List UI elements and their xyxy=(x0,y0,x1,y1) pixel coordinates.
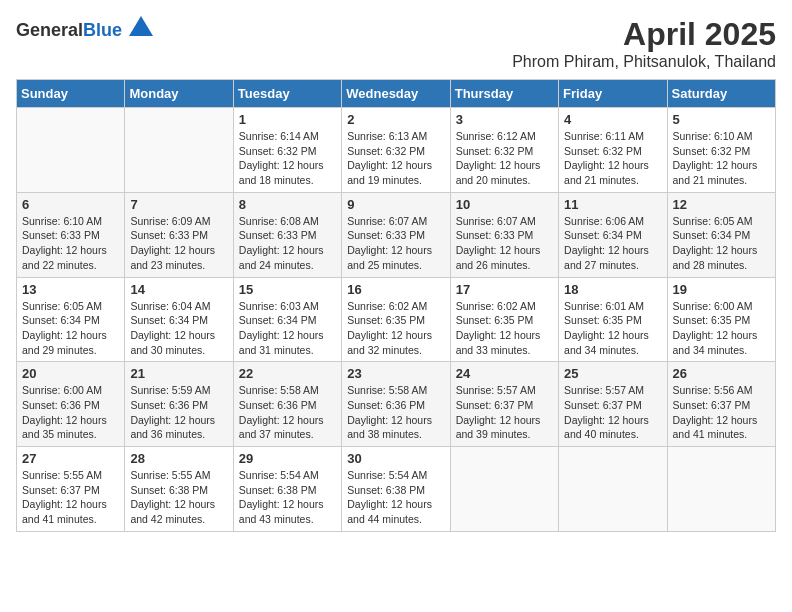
day-info: Sunrise: 6:11 AM Sunset: 6:32 PM Dayligh… xyxy=(564,129,661,188)
calendar-cell xyxy=(450,447,558,532)
day-number: 23 xyxy=(347,366,444,381)
day-number: 12 xyxy=(673,197,770,212)
day-number: 22 xyxy=(239,366,336,381)
calendar-cell: 25Sunrise: 5:57 AM Sunset: 6:37 PM Dayli… xyxy=(559,362,667,447)
calendar-cell: 13Sunrise: 6:05 AM Sunset: 6:34 PM Dayli… xyxy=(17,277,125,362)
day-info: Sunrise: 5:58 AM Sunset: 6:36 PM Dayligh… xyxy=(347,383,444,442)
weekday-header: Wednesday xyxy=(342,80,450,108)
day-number: 5 xyxy=(673,112,770,127)
calendar-cell: 1Sunrise: 6:14 AM Sunset: 6:32 PM Daylig… xyxy=(233,108,341,193)
day-info: Sunrise: 5:54 AM Sunset: 6:38 PM Dayligh… xyxy=(347,468,444,527)
calendar-cell: 5Sunrise: 6:10 AM Sunset: 6:32 PM Daylig… xyxy=(667,108,775,193)
title-section: April 2025 Phrom Phiram, Phitsanulok, Th… xyxy=(512,16,776,71)
day-number: 28 xyxy=(130,451,227,466)
calendar-cell: 28Sunrise: 5:55 AM Sunset: 6:38 PM Dayli… xyxy=(125,447,233,532)
day-number: 2 xyxy=(347,112,444,127)
day-number: 29 xyxy=(239,451,336,466)
day-number: 26 xyxy=(673,366,770,381)
day-info: Sunrise: 6:02 AM Sunset: 6:35 PM Dayligh… xyxy=(456,299,553,358)
calendar-cell: 12Sunrise: 6:05 AM Sunset: 6:34 PM Dayli… xyxy=(667,192,775,277)
day-number: 13 xyxy=(22,282,119,297)
calendar-cell: 18Sunrise: 6:01 AM Sunset: 6:35 PM Dayli… xyxy=(559,277,667,362)
calendar-cell: 7Sunrise: 6:09 AM Sunset: 6:33 PM Daylig… xyxy=(125,192,233,277)
calendar-week-row: 20Sunrise: 6:00 AM Sunset: 6:36 PM Dayli… xyxy=(17,362,776,447)
calendar-cell: 15Sunrise: 6:03 AM Sunset: 6:34 PM Dayli… xyxy=(233,277,341,362)
day-number: 11 xyxy=(564,197,661,212)
weekday-header: Sunday xyxy=(17,80,125,108)
weekday-header: Friday xyxy=(559,80,667,108)
day-info: Sunrise: 6:05 AM Sunset: 6:34 PM Dayligh… xyxy=(673,214,770,273)
day-info: Sunrise: 6:03 AM Sunset: 6:34 PM Dayligh… xyxy=(239,299,336,358)
calendar-cell: 19Sunrise: 6:00 AM Sunset: 6:35 PM Dayli… xyxy=(667,277,775,362)
calendar-cell: 24Sunrise: 5:57 AM Sunset: 6:37 PM Dayli… xyxy=(450,362,558,447)
calendar-cell: 22Sunrise: 5:58 AM Sunset: 6:36 PM Dayli… xyxy=(233,362,341,447)
calendar-cell: 9Sunrise: 6:07 AM Sunset: 6:33 PM Daylig… xyxy=(342,192,450,277)
calendar-cell: 3Sunrise: 6:12 AM Sunset: 6:32 PM Daylig… xyxy=(450,108,558,193)
day-number: 10 xyxy=(456,197,553,212)
calendar-cell xyxy=(17,108,125,193)
day-info: Sunrise: 6:08 AM Sunset: 6:33 PM Dayligh… xyxy=(239,214,336,273)
day-info: Sunrise: 6:10 AM Sunset: 6:32 PM Dayligh… xyxy=(673,129,770,188)
day-info: Sunrise: 5:58 AM Sunset: 6:36 PM Dayligh… xyxy=(239,383,336,442)
page-header: GeneralBlue April 2025 Phrom Phiram, Phi… xyxy=(16,16,776,71)
calendar-cell: 4Sunrise: 6:11 AM Sunset: 6:32 PM Daylig… xyxy=(559,108,667,193)
day-info: Sunrise: 6:04 AM Sunset: 6:34 PM Dayligh… xyxy=(130,299,227,358)
day-number: 17 xyxy=(456,282,553,297)
day-info: Sunrise: 5:56 AM Sunset: 6:37 PM Dayligh… xyxy=(673,383,770,442)
calendar-cell: 11Sunrise: 6:06 AM Sunset: 6:34 PM Dayli… xyxy=(559,192,667,277)
main-title: April 2025 xyxy=(512,16,776,53)
day-info: Sunrise: 6:06 AM Sunset: 6:34 PM Dayligh… xyxy=(564,214,661,273)
weekday-header: Monday xyxy=(125,80,233,108)
day-number: 21 xyxy=(130,366,227,381)
calendar-week-row: 1Sunrise: 6:14 AM Sunset: 6:32 PM Daylig… xyxy=(17,108,776,193)
calendar-week-row: 6Sunrise: 6:10 AM Sunset: 6:33 PM Daylig… xyxy=(17,192,776,277)
day-info: Sunrise: 6:14 AM Sunset: 6:32 PM Dayligh… xyxy=(239,129,336,188)
day-info: Sunrise: 6:00 AM Sunset: 6:35 PM Dayligh… xyxy=(673,299,770,358)
calendar-cell: 6Sunrise: 6:10 AM Sunset: 6:33 PM Daylig… xyxy=(17,192,125,277)
day-number: 1 xyxy=(239,112,336,127)
day-info: Sunrise: 6:00 AM Sunset: 6:36 PM Dayligh… xyxy=(22,383,119,442)
day-info: Sunrise: 5:55 AM Sunset: 6:37 PM Dayligh… xyxy=(22,468,119,527)
day-number: 16 xyxy=(347,282,444,297)
day-number: 20 xyxy=(22,366,119,381)
logo-wordmark: GeneralBlue xyxy=(16,16,153,41)
logo-general: GeneralBlue xyxy=(16,22,127,39)
day-number: 15 xyxy=(239,282,336,297)
day-number: 18 xyxy=(564,282,661,297)
day-number: 3 xyxy=(456,112,553,127)
day-info: Sunrise: 6:07 AM Sunset: 6:33 PM Dayligh… xyxy=(456,214,553,273)
weekday-header: Thursday xyxy=(450,80,558,108)
calendar-cell: 29Sunrise: 5:54 AM Sunset: 6:38 PM Dayli… xyxy=(233,447,341,532)
calendar-week-row: 13Sunrise: 6:05 AM Sunset: 6:34 PM Dayli… xyxy=(17,277,776,362)
calendar-cell: 10Sunrise: 6:07 AM Sunset: 6:33 PM Dayli… xyxy=(450,192,558,277)
calendar-week-row: 27Sunrise: 5:55 AM Sunset: 6:37 PM Dayli… xyxy=(17,447,776,532)
day-info: Sunrise: 5:55 AM Sunset: 6:38 PM Dayligh… xyxy=(130,468,227,527)
calendar-header: SundayMondayTuesdayWednesdayThursdayFrid… xyxy=(17,80,776,108)
day-info: Sunrise: 6:01 AM Sunset: 6:35 PM Dayligh… xyxy=(564,299,661,358)
day-info: Sunrise: 6:12 AM Sunset: 6:32 PM Dayligh… xyxy=(456,129,553,188)
calendar-cell: 26Sunrise: 5:56 AM Sunset: 6:37 PM Dayli… xyxy=(667,362,775,447)
weekday-header: Tuesday xyxy=(233,80,341,108)
calendar-cell xyxy=(559,447,667,532)
day-number: 8 xyxy=(239,197,336,212)
calendar-cell: 16Sunrise: 6:02 AM Sunset: 6:35 PM Dayli… xyxy=(342,277,450,362)
day-number: 6 xyxy=(22,197,119,212)
day-number: 4 xyxy=(564,112,661,127)
day-number: 19 xyxy=(673,282,770,297)
day-number: 30 xyxy=(347,451,444,466)
calendar-cell: 23Sunrise: 5:58 AM Sunset: 6:36 PM Dayli… xyxy=(342,362,450,447)
day-number: 25 xyxy=(564,366,661,381)
day-info: Sunrise: 5:54 AM Sunset: 6:38 PM Dayligh… xyxy=(239,468,336,527)
day-info: Sunrise: 5:59 AM Sunset: 6:36 PM Dayligh… xyxy=(130,383,227,442)
day-info: Sunrise: 6:13 AM Sunset: 6:32 PM Dayligh… xyxy=(347,129,444,188)
calendar-body: 1Sunrise: 6:14 AM Sunset: 6:32 PM Daylig… xyxy=(17,108,776,532)
svg-marker-0 xyxy=(129,16,153,36)
logo-icon xyxy=(129,16,153,36)
header-row: SundayMondayTuesdayWednesdayThursdayFrid… xyxy=(17,80,776,108)
calendar-cell: 14Sunrise: 6:04 AM Sunset: 6:34 PM Dayli… xyxy=(125,277,233,362)
calendar-cell: 20Sunrise: 6:00 AM Sunset: 6:36 PM Dayli… xyxy=(17,362,125,447)
day-info: Sunrise: 5:57 AM Sunset: 6:37 PM Dayligh… xyxy=(564,383,661,442)
day-info: Sunrise: 6:07 AM Sunset: 6:33 PM Dayligh… xyxy=(347,214,444,273)
day-number: 14 xyxy=(130,282,227,297)
calendar-cell: 30Sunrise: 5:54 AM Sunset: 6:38 PM Dayli… xyxy=(342,447,450,532)
